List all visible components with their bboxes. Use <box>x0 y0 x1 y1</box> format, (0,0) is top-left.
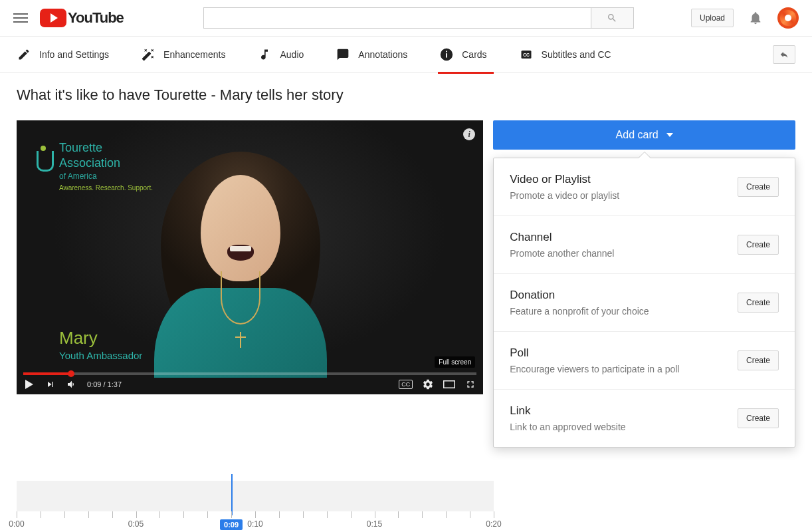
option-desc: Promote a video or playlist <box>510 190 619 201</box>
svg-rect-5 <box>444 381 455 388</box>
timeline-ruler: 0:00 0:05 0:10 0:15 0:20 <box>17 511 494 525</box>
wand-icon <box>141 47 155 62</box>
logo-play-icon <box>40 9 66 27</box>
tab-label: Enhancements <box>163 49 225 60</box>
tab-label: Subtitles and CC <box>542 49 611 60</box>
person-name: Mary <box>59 328 142 348</box>
svg-rect-1 <box>446 53 447 57</box>
menu-icon[interactable] <box>13 11 28 25</box>
tab-label: Audio <box>280 49 304 60</box>
time-total: 1:37 <box>108 380 122 388</box>
video-overlay-logo: Tourette Association of America Awarenes… <box>59 140 153 192</box>
tab-annotations[interactable]: Annotations <box>336 37 421 73</box>
play-button[interactable] <box>23 378 35 390</box>
tab-audio[interactable]: Audio <box>257 37 317 73</box>
video-subject <box>128 138 354 378</box>
video-title: What it's like to have Tourette - Mary t… <box>17 86 795 104</box>
info-circle-icon <box>439 47 454 62</box>
pencil-icon <box>17 47 31 62</box>
search-button[interactable] <box>591 7 634 29</box>
time-display: 0:09 / 1:37 <box>87 380 122 388</box>
volume-button[interactable] <box>66 378 78 390</box>
player-controls: 0:09 / 1:37 CC <box>17 374 483 394</box>
add-card-label: Add card <box>616 129 659 141</box>
option-desc: Encourage viewers to participate in a po… <box>510 364 679 374</box>
create-button-poll[interactable]: Create <box>738 350 779 370</box>
youtube-logo[interactable]: YouTube <box>40 9 124 27</box>
notifications-icon[interactable] <box>748 11 763 25</box>
tab-subtitles[interactable]: CC Subtitles and CC <box>519 37 625 73</box>
search-bar <box>203 7 634 29</box>
playhead[interactable]: 0:09 <box>231 474 233 515</box>
timeline[interactable]: 0:09 0:00 0:05 0:10 0:15 0:20 <box>17 481 494 525</box>
add-card-button[interactable]: Add card <box>493 120 795 150</box>
option-title: Donation <box>510 289 649 302</box>
upload-button[interactable]: Upload <box>691 9 734 27</box>
card-option-link: Link Link to an approved website Create <box>494 389 795 447</box>
avatar[interactable] <box>777 7 799 29</box>
create-button-video[interactable]: Create <box>738 177 779 197</box>
reply-arrow-icon <box>778 50 790 59</box>
org-name-line3: of America <box>59 172 153 182</box>
add-card-dropdown: Video or Playlist Promote a video or pla… <box>493 158 795 448</box>
search-input[interactable] <box>203 7 591 29</box>
header: YouTube Upload <box>0 0 812 37</box>
content-area: What it's like to have Tourette - Mary t… <box>0 73 812 530</box>
tick-label: 0:05 <box>128 519 144 529</box>
header-actions: Upload <box>691 7 799 29</box>
editor-row: Tourette Association of America Awarenes… <box>17 120 795 448</box>
editor-tabs: Info and Settings Enhancements Audio Ann… <box>0 37 812 73</box>
timeline-track[interactable]: 0:09 <box>17 481 494 511</box>
person-role: Youth Ambassador <box>59 350 142 361</box>
video-player[interactable]: Tourette Association of America Awarenes… <box>17 120 483 394</box>
option-title: Poll <box>510 346 679 360</box>
option-title: Link <box>510 404 625 418</box>
option-desc: Promote another channel <box>510 248 614 259</box>
return-button[interactable] <box>773 45 795 64</box>
create-button-link[interactable]: Create <box>738 408 779 428</box>
speech-icon <box>336 47 350 62</box>
card-option-video-playlist: Video or Playlist Promote a video or pla… <box>494 158 795 215</box>
settings-gear-button[interactable] <box>422 378 434 390</box>
tick-label: 0:10 <box>247 519 262 529</box>
svg-rect-2 <box>446 51 447 53</box>
tick-label: 0:15 <box>367 519 382 529</box>
option-title: Channel <box>510 231 614 244</box>
fullscreen-tooltip: Full screen <box>435 356 475 368</box>
tab-enhancements[interactable]: Enhancements <box>141 37 239 73</box>
tick-label: 0:20 <box>486 519 501 529</box>
search-icon <box>607 13 617 23</box>
tick-label: 0:00 <box>9 519 24 529</box>
card-panel: Add card Video or Playlist Promote a vid… <box>493 120 795 448</box>
org-name-line2: Association <box>59 156 153 171</box>
tab-label: Cards <box>462 49 486 60</box>
svg-text:CC: CC <box>523 53 530 57</box>
option-desc: Link to an approved website <box>510 422 625 432</box>
tab-cards[interactable]: Cards <box>439 37 500 73</box>
option-title: Video or Playlist <box>510 173 619 186</box>
org-name-line1: Tourette <box>59 140 153 156</box>
card-option-poll: Poll Encourage viewers to participate in… <box>494 331 795 389</box>
lower-third: Mary Youth Ambassador <box>59 328 142 361</box>
org-tagline: Awareness. Research. Support. <box>59 184 153 192</box>
fullscreen-button[interactable] <box>464 378 476 390</box>
card-option-donation: Donation Feature a nonprofit of your cho… <box>494 273 795 331</box>
logo-text: YouTube <box>68 9 124 27</box>
music-note-icon <box>257 47 272 62</box>
time-current: 0:09 <box>87 380 101 388</box>
tab-info-settings[interactable]: Info and Settings <box>17 37 122 73</box>
option-desc: Feature a nonprofit of your choice <box>510 306 649 317</box>
theater-button[interactable] <box>443 378 455 390</box>
card-option-channel: Channel Promote another channel Create <box>494 215 795 273</box>
cc-icon: CC <box>519 47 534 62</box>
create-button-channel[interactable]: Create <box>738 235 779 255</box>
tab-label: Info and Settings <box>39 49 109 60</box>
cc-button[interactable]: CC <box>399 380 413 389</box>
next-button[interactable] <box>45 378 56 390</box>
tab-label: Annotations <box>358 49 407 60</box>
create-button-donation[interactable]: Create <box>738 293 779 313</box>
